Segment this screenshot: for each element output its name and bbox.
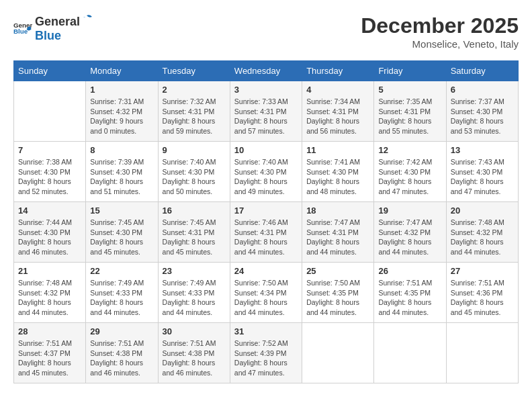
day-info: Sunrise: 7:51 AMSunset: 4:37 PMDaylight:… [18, 338, 81, 378]
day-info: Sunrise: 7:50 AMSunset: 4:34 PMDaylight:… [234, 278, 298, 318]
day-number: 1 [90, 85, 153, 95]
day-number: 15 [90, 205, 153, 216]
day-info: Sunrise: 7:40 AMSunset: 4:30 PMDaylight:… [163, 157, 226, 197]
calendar-cell: 30Sunrise: 7:51 AMSunset: 4:38 PMDayligh… [158, 323, 230, 383]
day-info: Sunrise: 7:52 AMSunset: 4:39 PMDaylight:… [234, 338, 298, 378]
day-info: Sunrise: 7:51 AMSunset: 4:35 PMDaylight:… [378, 278, 441, 318]
day-info: Sunrise: 7:46 AMSunset: 4:31 PMDaylight:… [234, 218, 298, 257]
weekday-header-monday: Monday [86, 61, 158, 81]
calendar-cell: 1Sunrise: 7:31 AMSunset: 4:32 PMDaylight… [86, 81, 158, 142]
title-block: December 2025 Monselice, Veneto, Italy [361, 13, 519, 50]
calendar-week-row: 1Sunrise: 7:31 AMSunset: 4:32 PMDaylight… [14, 81, 519, 142]
day-info: Sunrise: 7:49 AMSunset: 4:33 PMDaylight:… [163, 278, 226, 318]
calendar-cell: 4Sunrise: 7:34 AMSunset: 4:31 PMDaylight… [302, 81, 374, 142]
calendar-cell: 17Sunrise: 7:46 AMSunset: 4:31 PMDayligh… [230, 202, 302, 263]
calendar-cell: 12Sunrise: 7:42 AMSunset: 4:30 PMDayligh… [374, 142, 446, 202]
month-title: December 2025 [361, 13, 519, 38]
day-info: Sunrise: 7:45 AMSunset: 4:30 PMDaylight:… [90, 218, 153, 257]
day-info: Sunrise: 7:40 AMSunset: 4:30 PMDaylight:… [234, 157, 298, 197]
calendar-cell: 9Sunrise: 7:40 AMSunset: 4:30 PMDaylight… [158, 142, 230, 202]
day-info: Sunrise: 7:45 AMSunset: 4:31 PMDaylight:… [163, 218, 226, 257]
calendar-cell: 26Sunrise: 7:51 AMSunset: 4:35 PMDayligh… [374, 263, 446, 323]
day-number: 11 [306, 145, 369, 155]
calendar-week-row: 21Sunrise: 7:48 AMSunset: 4:32 PMDayligh… [14, 263, 519, 323]
day-number: 19 [378, 205, 441, 216]
day-number: 2 [163, 85, 226, 95]
day-info: Sunrise: 7:41 AMSunset: 4:30 PMDaylight:… [306, 157, 369, 197]
day-info: Sunrise: 7:51 AMSunset: 4:38 PMDaylight:… [163, 338, 226, 378]
calendar-cell: 27Sunrise: 7:51 AMSunset: 4:36 PMDayligh… [446, 263, 518, 323]
calendar-cell [302, 323, 374, 383]
day-number: 20 [451, 205, 514, 216]
calendar-cell: 14Sunrise: 7:44 AMSunset: 4:30 PMDayligh… [14, 202, 86, 263]
day-info: Sunrise: 7:47 AMSunset: 4:32 PMDaylight:… [378, 218, 441, 257]
weekday-header-thursday: Thursday [302, 61, 374, 81]
day-number: 13 [451, 145, 514, 155]
day-number: 16 [163, 205, 226, 216]
logo: General Blue General Blue [13, 13, 93, 43]
logo-bird-icon [81, 13, 93, 26]
logo-blue-text: Blue [35, 29, 61, 42]
day-number: 17 [234, 205, 298, 216]
calendar-cell: 19Sunrise: 7:47 AMSunset: 4:32 PMDayligh… [374, 202, 446, 263]
calendar-cell: 21Sunrise: 7:48 AMSunset: 4:32 PMDayligh… [14, 263, 86, 323]
calendar-cell: 28Sunrise: 7:51 AMSunset: 4:37 PMDayligh… [14, 323, 86, 383]
calendar-cell: 15Sunrise: 7:45 AMSunset: 4:30 PMDayligh… [86, 202, 158, 263]
calendar-cell: 8Sunrise: 7:39 AMSunset: 4:30 PMDaylight… [86, 142, 158, 202]
calendar-cell: 31Sunrise: 7:52 AMSunset: 4:39 PMDayligh… [230, 323, 302, 383]
day-number: 9 [163, 145, 226, 155]
calendar-cell: 22Sunrise: 7:49 AMSunset: 4:33 PMDayligh… [86, 263, 158, 323]
day-info: Sunrise: 7:39 AMSunset: 4:30 PMDaylight:… [90, 157, 153, 197]
calendar-cell [374, 323, 446, 383]
weekday-header-saturday: Saturday [446, 61, 518, 81]
day-number: 24 [234, 266, 298, 276]
calendar-cell: 18Sunrise: 7:47 AMSunset: 4:31 PMDayligh… [302, 202, 374, 263]
day-info: Sunrise: 7:32 AMSunset: 4:31 PMDaylight:… [163, 97, 226, 136]
day-number: 28 [18, 326, 81, 336]
day-info: Sunrise: 7:48 AMSunset: 4:32 PMDaylight:… [451, 218, 514, 257]
calendar-cell [14, 81, 86, 142]
calendar-cell: 7Sunrise: 7:38 AMSunset: 4:30 PMDaylight… [14, 142, 86, 202]
weekday-header-wednesday: Wednesday [230, 61, 302, 81]
calendar-cell: 23Sunrise: 7:49 AMSunset: 4:33 PMDayligh… [158, 263, 230, 323]
weekday-header-friday: Friday [374, 61, 446, 81]
calendar-cell: 29Sunrise: 7:51 AMSunset: 4:38 PMDayligh… [86, 323, 158, 383]
calendar-cell: 24Sunrise: 7:50 AMSunset: 4:34 PMDayligh… [230, 263, 302, 323]
weekday-header-row: SundayMondayTuesdayWednesdayThursdayFrid… [14, 61, 519, 81]
logo-icon: General Blue [13, 19, 32, 38]
day-number: 8 [90, 145, 153, 155]
day-info: Sunrise: 7:51 AMSunset: 4:38 PMDaylight:… [90, 338, 153, 378]
day-info: Sunrise: 7:31 AMSunset: 4:32 PMDaylight:… [90, 97, 153, 136]
calendar-table: SundayMondayTuesdayWednesdayThursdayFrid… [13, 60, 519, 383]
calendar-cell: 6Sunrise: 7:37 AMSunset: 4:30 PMDaylight… [446, 81, 518, 142]
day-number: 10 [234, 145, 298, 155]
calendar-cell: 20Sunrise: 7:48 AMSunset: 4:32 PMDayligh… [446, 202, 518, 263]
calendar-cell: 16Sunrise: 7:45 AMSunset: 4:31 PMDayligh… [158, 202, 230, 263]
day-info: Sunrise: 7:50 AMSunset: 4:35 PMDaylight:… [306, 278, 369, 318]
day-info: Sunrise: 7:42 AMSunset: 4:30 PMDaylight:… [378, 157, 441, 197]
day-number: 22 [90, 266, 153, 276]
day-number: 7 [18, 145, 81, 155]
day-number: 3 [234, 85, 298, 95]
day-info: Sunrise: 7:33 AMSunset: 4:31 PMDaylight:… [234, 97, 298, 136]
day-number: 30 [163, 326, 226, 336]
day-number: 5 [378, 85, 441, 95]
day-info: Sunrise: 7:44 AMSunset: 4:30 PMDaylight:… [18, 218, 81, 257]
location-title: Monselice, Veneto, Italy [361, 38, 519, 50]
svg-text:Blue: Blue [13, 28, 28, 35]
logo-general-text: General [35, 15, 80, 29]
day-number: 25 [306, 266, 369, 276]
day-info: Sunrise: 7:47 AMSunset: 4:31 PMDaylight:… [306, 218, 369, 257]
day-number: 29 [90, 326, 153, 336]
calendar-cell [446, 323, 518, 383]
day-number: 21 [18, 266, 81, 276]
calendar-week-row: 28Sunrise: 7:51 AMSunset: 4:37 PMDayligh… [14, 323, 519, 383]
calendar-week-row: 14Sunrise: 7:44 AMSunset: 4:30 PMDayligh… [14, 202, 519, 263]
day-number: 12 [378, 145, 441, 155]
day-info: Sunrise: 7:43 AMSunset: 4:30 PMDaylight:… [451, 157, 514, 197]
day-number: 14 [18, 205, 81, 216]
calendar-cell: 10Sunrise: 7:40 AMSunset: 4:30 PMDayligh… [230, 142, 302, 202]
calendar-cell: 5Sunrise: 7:35 AMSunset: 4:31 PMDaylight… [374, 81, 446, 142]
day-info: Sunrise: 7:35 AMSunset: 4:31 PMDaylight:… [378, 97, 441, 136]
day-number: 4 [306, 85, 369, 95]
